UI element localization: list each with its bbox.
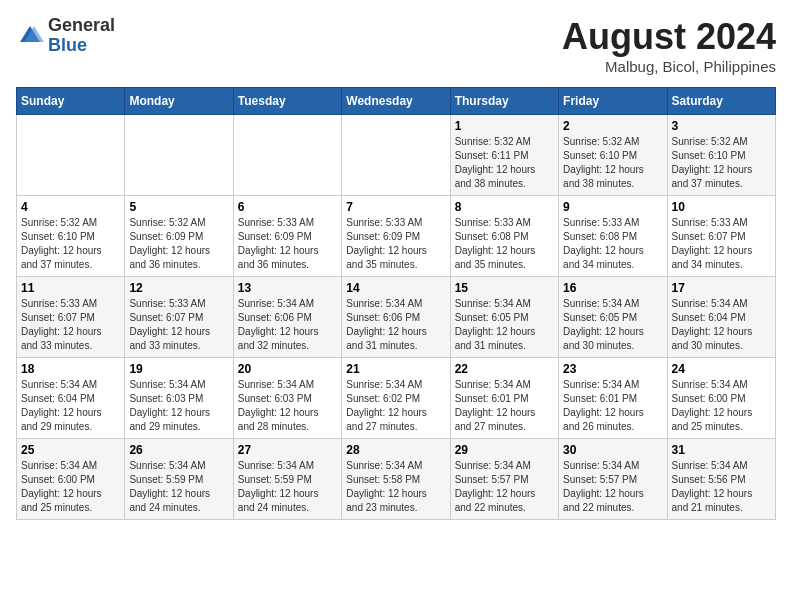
day-info: Sunrise: 5:34 AM Sunset: 6:01 PM Dayligh… [455,378,554,434]
calendar-cell: 11Sunrise: 5:33 AM Sunset: 6:07 PM Dayli… [17,277,125,358]
logo-icon [16,22,44,50]
day-info: Sunrise: 5:34 AM Sunset: 6:01 PM Dayligh… [563,378,662,434]
calendar-cell: 8Sunrise: 5:33 AM Sunset: 6:08 PM Daylig… [450,196,558,277]
calendar-cell: 25Sunrise: 5:34 AM Sunset: 6:00 PM Dayli… [17,439,125,520]
day-number: 6 [238,200,337,214]
day-info: Sunrise: 5:34 AM Sunset: 6:03 PM Dayligh… [238,378,337,434]
day-info: Sunrise: 5:32 AM Sunset: 6:10 PM Dayligh… [672,135,771,191]
calendar-cell: 3Sunrise: 5:32 AM Sunset: 6:10 PM Daylig… [667,115,775,196]
calendar-cell: 16Sunrise: 5:34 AM Sunset: 6:05 PM Dayli… [559,277,667,358]
calendar-cell: 1Sunrise: 5:32 AM Sunset: 6:11 PM Daylig… [450,115,558,196]
day-number: 9 [563,200,662,214]
logo-blue: Blue [48,36,115,56]
day-number: 19 [129,362,228,376]
day-info: Sunrise: 5:34 AM Sunset: 5:56 PM Dayligh… [672,459,771,515]
header-row: SundayMondayTuesdayWednesdayThursdayFrid… [17,88,776,115]
calendar-cell: 5Sunrise: 5:32 AM Sunset: 6:09 PM Daylig… [125,196,233,277]
week-row-2: 11Sunrise: 5:33 AM Sunset: 6:07 PM Dayli… [17,277,776,358]
calendar-cell: 18Sunrise: 5:34 AM Sunset: 6:04 PM Dayli… [17,358,125,439]
logo: General Blue [16,16,115,56]
day-number: 3 [672,119,771,133]
day-number: 31 [672,443,771,457]
day-number: 22 [455,362,554,376]
title-section: August 2024 Malbug, Bicol, Philippines [562,16,776,75]
day-info: Sunrise: 5:34 AM Sunset: 5:59 PM Dayligh… [129,459,228,515]
day-number: 13 [238,281,337,295]
calendar-cell: 6Sunrise: 5:33 AM Sunset: 6:09 PM Daylig… [233,196,341,277]
day-number: 20 [238,362,337,376]
week-row-4: 25Sunrise: 5:34 AM Sunset: 6:00 PM Dayli… [17,439,776,520]
page-title: August 2024 [562,16,776,58]
calendar-cell: 23Sunrise: 5:34 AM Sunset: 6:01 PM Dayli… [559,358,667,439]
calendar-cell: 29Sunrise: 5:34 AM Sunset: 5:57 PM Dayli… [450,439,558,520]
day-info: Sunrise: 5:33 AM Sunset: 6:07 PM Dayligh… [129,297,228,353]
day-number: 10 [672,200,771,214]
calendar-header: SundayMondayTuesdayWednesdayThursdayFrid… [17,88,776,115]
day-number: 14 [346,281,445,295]
logo-text: General Blue [48,16,115,56]
calendar-cell: 13Sunrise: 5:34 AM Sunset: 6:06 PM Dayli… [233,277,341,358]
day-number: 23 [563,362,662,376]
calendar-cell: 21Sunrise: 5:34 AM Sunset: 6:02 PM Dayli… [342,358,450,439]
day-number: 7 [346,200,445,214]
calendar-table: SundayMondayTuesdayWednesdayThursdayFrid… [16,87,776,520]
day-info: Sunrise: 5:34 AM Sunset: 6:04 PM Dayligh… [672,297,771,353]
calendar-cell: 24Sunrise: 5:34 AM Sunset: 6:00 PM Dayli… [667,358,775,439]
calendar-cell: 30Sunrise: 5:34 AM Sunset: 5:57 PM Dayli… [559,439,667,520]
day-info: Sunrise: 5:33 AM Sunset: 6:09 PM Dayligh… [346,216,445,272]
week-row-0: 1Sunrise: 5:32 AM Sunset: 6:11 PM Daylig… [17,115,776,196]
day-info: Sunrise: 5:33 AM Sunset: 6:07 PM Dayligh… [672,216,771,272]
day-info: Sunrise: 5:34 AM Sunset: 6:05 PM Dayligh… [455,297,554,353]
day-number: 30 [563,443,662,457]
day-number: 21 [346,362,445,376]
header-cell-sunday: Sunday [17,88,125,115]
day-info: Sunrise: 5:32 AM Sunset: 6:10 PM Dayligh… [21,216,120,272]
day-number: 17 [672,281,771,295]
header-cell-tuesday: Tuesday [233,88,341,115]
calendar-cell: 7Sunrise: 5:33 AM Sunset: 6:09 PM Daylig… [342,196,450,277]
day-info: Sunrise: 5:32 AM Sunset: 6:09 PM Dayligh… [129,216,228,272]
day-info: Sunrise: 5:33 AM Sunset: 6:08 PM Dayligh… [563,216,662,272]
day-number: 26 [129,443,228,457]
calendar-cell: 14Sunrise: 5:34 AM Sunset: 6:06 PM Dayli… [342,277,450,358]
calendar-cell: 2Sunrise: 5:32 AM Sunset: 6:10 PM Daylig… [559,115,667,196]
day-info: Sunrise: 5:33 AM Sunset: 6:07 PM Dayligh… [21,297,120,353]
calendar-cell: 20Sunrise: 5:34 AM Sunset: 6:03 PM Dayli… [233,358,341,439]
calendar-cell: 15Sunrise: 5:34 AM Sunset: 6:05 PM Dayli… [450,277,558,358]
day-info: Sunrise: 5:34 AM Sunset: 6:04 PM Dayligh… [21,378,120,434]
calendar-cell: 26Sunrise: 5:34 AM Sunset: 5:59 PM Dayli… [125,439,233,520]
calendar-cell: 10Sunrise: 5:33 AM Sunset: 6:07 PM Dayli… [667,196,775,277]
calendar-cell: 19Sunrise: 5:34 AM Sunset: 6:03 PM Dayli… [125,358,233,439]
day-number: 1 [455,119,554,133]
day-number: 16 [563,281,662,295]
header-cell-saturday: Saturday [667,88,775,115]
week-row-3: 18Sunrise: 5:34 AM Sunset: 6:04 PM Dayli… [17,358,776,439]
day-number: 25 [21,443,120,457]
day-info: Sunrise: 5:34 AM Sunset: 5:58 PM Dayligh… [346,459,445,515]
calendar-cell [125,115,233,196]
header-cell-thursday: Thursday [450,88,558,115]
day-number: 29 [455,443,554,457]
header-cell-monday: Monday [125,88,233,115]
day-info: Sunrise: 5:32 AM Sunset: 6:11 PM Dayligh… [455,135,554,191]
calendar-cell: 31Sunrise: 5:34 AM Sunset: 5:56 PM Dayli… [667,439,775,520]
day-number: 2 [563,119,662,133]
day-number: 11 [21,281,120,295]
day-info: Sunrise: 5:34 AM Sunset: 6:06 PM Dayligh… [346,297,445,353]
calendar-cell: 17Sunrise: 5:34 AM Sunset: 6:04 PM Dayli… [667,277,775,358]
logo-general: General [48,16,115,36]
calendar-cell: 9Sunrise: 5:33 AM Sunset: 6:08 PM Daylig… [559,196,667,277]
day-number: 5 [129,200,228,214]
calendar-cell: 27Sunrise: 5:34 AM Sunset: 5:59 PM Dayli… [233,439,341,520]
day-info: Sunrise: 5:34 AM Sunset: 6:00 PM Dayligh… [21,459,120,515]
day-info: Sunrise: 5:34 AM Sunset: 6:05 PM Dayligh… [563,297,662,353]
day-number: 15 [455,281,554,295]
calendar-cell: 28Sunrise: 5:34 AM Sunset: 5:58 PM Dayli… [342,439,450,520]
calendar-cell [233,115,341,196]
header-cell-wednesday: Wednesday [342,88,450,115]
day-info: Sunrise: 5:34 AM Sunset: 6:03 PM Dayligh… [129,378,228,434]
calendar-cell: 4Sunrise: 5:32 AM Sunset: 6:10 PM Daylig… [17,196,125,277]
day-info: Sunrise: 5:33 AM Sunset: 6:08 PM Dayligh… [455,216,554,272]
day-number: 24 [672,362,771,376]
day-info: Sunrise: 5:34 AM Sunset: 5:59 PM Dayligh… [238,459,337,515]
